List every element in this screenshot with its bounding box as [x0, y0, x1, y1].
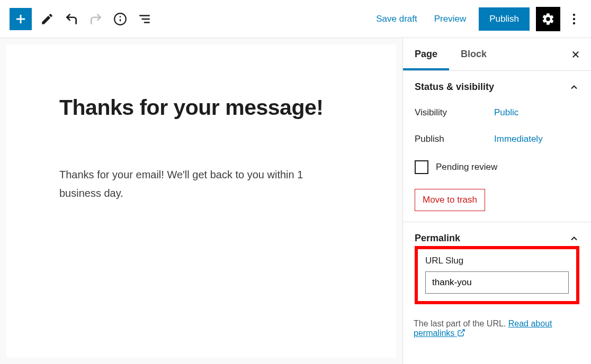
toolbar: Save draft Preview Publish	[0, 0, 591, 38]
kebab-icon	[572, 13, 576, 25]
page-body[interactable]: Thanks for your email! We'll get back to…	[59, 166, 343, 203]
url-slug-label: URL Slug	[425, 256, 569, 266]
panel-status-body: Visibility Public Publish Immediately Pe…	[415, 107, 579, 211]
svg-point-4	[120, 16, 121, 17]
panel-title: Permalink	[415, 233, 460, 244]
redo-button[interactable]	[84, 7, 108, 31]
panel-status-visibility: Status & visibility Visibility Public Pu…	[403, 71, 591, 222]
external-link-icon	[457, 329, 465, 337]
settings-button[interactable]	[536, 7, 560, 31]
info-button[interactable]	[108, 7, 132, 31]
sidebar: Page Block Status & visibility Visibilit…	[402, 38, 591, 364]
close-sidebar-button[interactable]	[560, 38, 591, 70]
move-to-trash-button[interactable]: Move to trash	[415, 189, 485, 211]
undo-icon	[65, 12, 78, 26]
add-block-button[interactable]	[10, 8, 32, 30]
more-options-button[interactable]	[567, 7, 581, 31]
redo-icon	[89, 12, 103, 26]
page-content[interactable]: Thanks for your message! Thanks for your…	[6, 44, 396, 358]
preview-button[interactable]: Preview	[426, 14, 474, 24]
close-icon	[571, 50, 580, 59]
pending-review-row: Pending review	[415, 160, 579, 174]
plus-icon	[13, 12, 28, 26]
svg-line-13	[460, 330, 464, 333]
panel-title: Status & visibility	[415, 81, 494, 93]
visibility-value[interactable]: Public	[494, 107, 518, 118]
publish-label: Publish	[415, 134, 494, 144]
pending-review-checkbox[interactable]	[415, 160, 428, 174]
url-slug-highlight: URL Slug	[415, 246, 579, 304]
chevron-up-icon	[569, 82, 579, 93]
save-draft-button[interactable]: Save draft	[368, 14, 426, 24]
publish-button[interactable]: Publish	[479, 7, 530, 31]
pencil-icon	[40, 12, 54, 26]
svg-point-8	[573, 13, 575, 15]
tab-block[interactable]: Block	[449, 38, 498, 70]
publish-value[interactable]: Immediately	[494, 134, 543, 144]
svg-point-10	[573, 22, 575, 24]
panel-permalink: Permalink URL Slug	[403, 222, 591, 315]
list-icon	[138, 12, 151, 26]
chevron-up-icon	[569, 233, 579, 244]
publish-row: Publish Immediately	[415, 134, 579, 144]
visibility-label: Visibility	[415, 107, 494, 118]
svg-point-9	[573, 17, 575, 20]
toolbar-left	[10, 7, 157, 31]
editor-canvas: Thanks for your message! Thanks for your…	[0, 38, 402, 364]
undo-button[interactable]	[59, 7, 84, 31]
url-slug-helper: The last part of the URL. Read about per…	[403, 319, 591, 338]
pending-review-label: Pending review	[436, 162, 497, 172]
sidebar-tabs: Page Block	[403, 38, 591, 71]
helper-text-prefix: The last part of the URL.	[414, 319, 508, 328]
gear-icon	[541, 12, 555, 26]
main: Thanks for your message! Thanks for your…	[0, 38, 591, 364]
toolbar-right: Save draft Preview Publish	[368, 7, 581, 31]
panel-permalink-header[interactable]: Permalink	[415, 233, 579, 244]
url-slug-input[interactable]	[425, 271, 569, 294]
outline-button[interactable]	[132, 7, 157, 31]
edit-mode-button[interactable]	[35, 7, 59, 31]
visibility-row: Visibility Public	[415, 107, 579, 118]
page-title[interactable]: Thanks for your message!	[59, 95, 343, 120]
tab-page[interactable]: Page	[403, 38, 449, 70]
info-icon	[113, 12, 127, 26]
panel-status-visibility-header[interactable]: Status & visibility	[415, 81, 579, 93]
